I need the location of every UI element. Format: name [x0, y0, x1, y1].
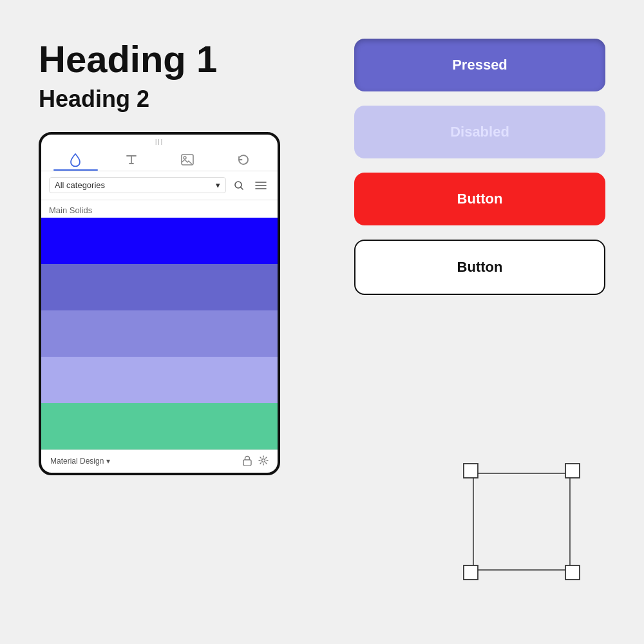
brand-name: Material Design	[50, 457, 104, 466]
text-icon	[124, 153, 138, 167]
phone-toolbar: All categories ▾	[41, 171, 278, 200]
phone-tab-text[interactable]	[104, 146, 160, 171]
dropdown-arrow-icon: ▾	[216, 180, 220, 190]
svg-point-4	[262, 459, 265, 462]
svg-rect-5	[473, 473, 570, 570]
bounding-box-widget	[451, 451, 592, 592]
svg-rect-3	[243, 460, 251, 466]
phone-footer: Material Design ▾	[41, 450, 278, 473]
svg-rect-9	[565, 565, 580, 580]
dropdown-label: All categories	[55, 180, 105, 190]
phone-status-bar	[41, 135, 278, 146]
phone-tab-color[interactable]	[48, 146, 104, 171]
footer-icons	[243, 455, 269, 468]
color-swatches	[41, 218, 278, 450]
phone-mockup: All categories ▾ Main Solids	[39, 132, 280, 475]
search-icon[interactable]	[230, 176, 248, 194]
left-panel: Heading 1 Heading 2	[39, 39, 335, 475]
red-button[interactable]: Button	[354, 173, 605, 225]
right-panel: Pressed Disabled Button Button	[354, 39, 605, 295]
section-label: Main Solids	[41, 200, 278, 218]
swatch-violet[interactable]	[41, 310, 278, 357]
swatch-mint[interactable]	[41, 403, 278, 450]
refresh-icon	[236, 153, 251, 167]
heading-1: Heading 1	[39, 39, 335, 80]
pressed-button[interactable]: Pressed	[354, 39, 605, 91]
menu-icon[interactable]	[252, 176, 270, 194]
categories-dropdown[interactable]: All categories ▾	[49, 177, 226, 193]
outline-button[interactable]: Button	[354, 240, 605, 295]
phone-tab-refresh[interactable]	[215, 146, 271, 171]
image-icon	[180, 153, 194, 167]
phone-tab-image[interactable]	[160, 146, 216, 171]
disabled-button: Disabled	[354, 106, 605, 158]
lock-icon[interactable]	[243, 455, 252, 468]
drop-icon	[68, 153, 82, 167]
swatch-lavender[interactable]	[41, 357, 278, 403]
heading-2: Heading 2	[39, 85, 335, 113]
settings-icon[interactable]	[258, 455, 269, 468]
brand-label: Material Design ▾	[50, 457, 110, 466]
footer-arrow-icon: ▾	[106, 457, 110, 466]
svg-point-1	[184, 156, 186, 159]
svg-rect-7	[565, 464, 580, 478]
phone-tabs	[41, 146, 278, 171]
swatch-indigo[interactable]	[41, 264, 278, 310]
svg-rect-8	[464, 565, 478, 580]
swatch-blue[interactable]	[41, 218, 278, 264]
svg-rect-6	[464, 464, 478, 478]
